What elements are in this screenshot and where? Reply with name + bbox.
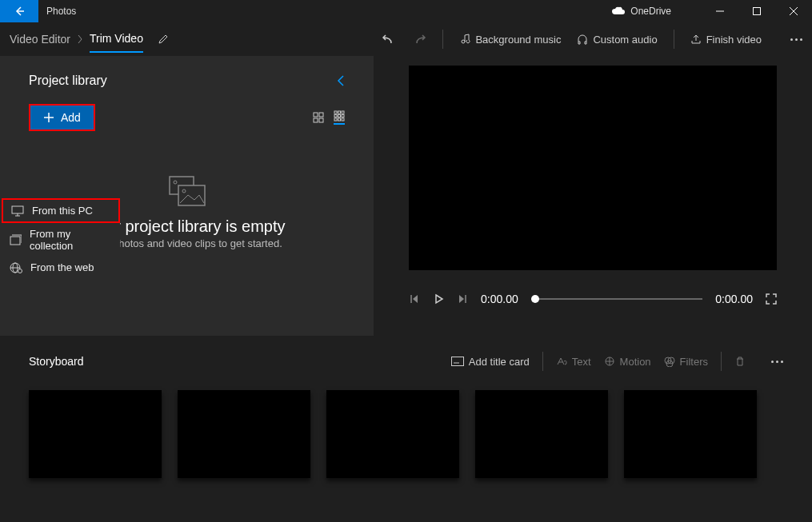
clip-slot[interactable] <box>29 390 162 478</box>
video-preview[interactable] <box>409 66 777 270</box>
grid-large-icon <box>313 112 324 123</box>
storyboard-more-button[interactable] <box>771 361 783 363</box>
onedrive-status[interactable]: OneDrive <box>611 6 671 17</box>
motion-button[interactable]: Motion <box>604 356 651 368</box>
svg-rect-27 <box>10 237 20 245</box>
plus-icon <box>43 112 54 123</box>
media-placeholder-icon <box>169 176 206 206</box>
svg-rect-14 <box>334 115 337 118</box>
minimize-button[interactable] <box>702 0 738 22</box>
breadcrumb: Video Editor Trim Video <box>10 26 169 53</box>
svg-rect-7 <box>314 113 318 117</box>
add-button[interactable]: Add <box>29 104 95 131</box>
playback-bar: 0:00.00 0:00.00 <box>409 293 777 305</box>
svg-point-21 <box>174 181 177 184</box>
motion-label: Motion <box>620 356 651 368</box>
app-title: Photos <box>38 6 84 17</box>
svg-rect-12 <box>338 111 341 114</box>
current-time: 0:00.00 <box>481 293 518 305</box>
view-large-button[interactable] <box>313 112 324 123</box>
redo-button[interactable] <box>412 32 426 46</box>
menu-from-collection[interactable]: From my collection <box>2 223 120 257</box>
pencil-icon <box>158 34 169 45</box>
menu-from-web[interactable]: From the web <box>2 257 120 278</box>
play-icon <box>433 293 444 305</box>
maximize-button[interactable] <box>738 0 775 22</box>
svg-rect-13 <box>342 111 344 114</box>
total-time: 0:00.00 <box>715 293 753 305</box>
custom-audio-label: Custom audio <box>593 34 657 46</box>
back-button[interactable] <box>0 0 38 22</box>
breadcrumb-root[interactable]: Video Editor <box>10 33 70 46</box>
custom-audio-button[interactable]: Custom audio <box>577 34 657 46</box>
svg-rect-36 <box>451 357 463 366</box>
storyboard-title: Storyboard <box>29 355 83 368</box>
motion-icon <box>604 356 615 367</box>
breadcrumb-current[interactable]: Trim Video <box>90 32 143 53</box>
rename-button[interactable] <box>158 34 169 45</box>
view-small-button[interactable] <box>334 110 345 125</box>
cloud-icon <box>611 6 626 16</box>
fullscreen-icon <box>766 293 777 305</box>
undo-button[interactable] <box>382 32 396 46</box>
skip-back-icon <box>409 293 420 305</box>
close-button[interactable] <box>775 0 812 22</box>
fullscreen-button[interactable] <box>766 293 777 305</box>
preview-panel: 0:00.00 0:00.00 <box>374 56 812 336</box>
clip-slot[interactable] <box>475 390 608 478</box>
minimize-icon <box>716 7 724 15</box>
redo-icon <box>412 32 426 46</box>
svg-rect-10 <box>319 118 323 122</box>
svg-rect-16 <box>342 115 344 118</box>
menu-label: From the web <box>30 261 94 273</box>
text-icon <box>556 357 567 366</box>
clip-slot[interactable] <box>624 390 757 478</box>
filters-label: Filters <box>680 356 708 368</box>
svg-rect-11 <box>334 111 337 114</box>
add-title-card-label: Add title card <box>469 356 530 368</box>
svg-rect-17 <box>334 118 337 121</box>
background-music-button[interactable]: Background music <box>459 34 561 46</box>
menu-label: From this PC <box>32 205 93 217</box>
svg-rect-19 <box>342 118 344 121</box>
grid-small-icon <box>334 110 345 122</box>
filters-button[interactable]: Filters <box>664 356 708 368</box>
trash-icon <box>734 356 746 367</box>
web-icon <box>10 262 22 273</box>
export-icon <box>690 34 702 45</box>
music-icon <box>459 34 470 45</box>
collapse-library-button[interactable] <box>337 75 345 86</box>
clip-slot[interactable] <box>178 390 310 478</box>
chevron-left-icon <box>337 75 345 86</box>
finish-video-button[interactable]: Finish video <box>690 34 762 46</box>
close-icon <box>790 7 798 15</box>
delete-button[interactable] <box>734 356 746 367</box>
more-button[interactable] <box>790 38 802 41</box>
skip-forward-icon <box>457 293 468 305</box>
add-label: Add <box>61 111 81 124</box>
collection-icon <box>10 234 22 245</box>
title-card-icon <box>451 357 464 366</box>
background-music-label: Background music <box>475 34 561 46</box>
headphones-icon <box>577 34 588 45</box>
clip-slot[interactable] <box>326 390 459 478</box>
progress-bar[interactable] <box>531 298 703 300</box>
svg-rect-15 <box>338 115 341 118</box>
prev-frame-button[interactable] <box>409 293 420 305</box>
onedrive-label: OneDrive <box>630 6 671 17</box>
svg-rect-22 <box>178 185 205 205</box>
pc-icon <box>11 205 24 217</box>
title-bar: Photos OneDrive <box>0 0 812 22</box>
svg-rect-2 <box>754 8 761 15</box>
maximize-icon <box>753 7 761 15</box>
menu-from-this-pc[interactable]: From this PC <box>2 198 120 223</box>
svg-rect-9 <box>314 118 318 122</box>
dot-icon <box>771 361 774 363</box>
play-button[interactable] <box>433 293 444 305</box>
add-title-card-button[interactable]: Add title card <box>451 356 530 368</box>
next-frame-button[interactable] <box>457 293 468 305</box>
command-bar: Video Editor Trim Video Background music… <box>0 22 812 56</box>
text-button[interactable]: Text <box>556 356 591 368</box>
text-label: Text <box>572 356 591 368</box>
svg-point-33 <box>18 269 22 273</box>
